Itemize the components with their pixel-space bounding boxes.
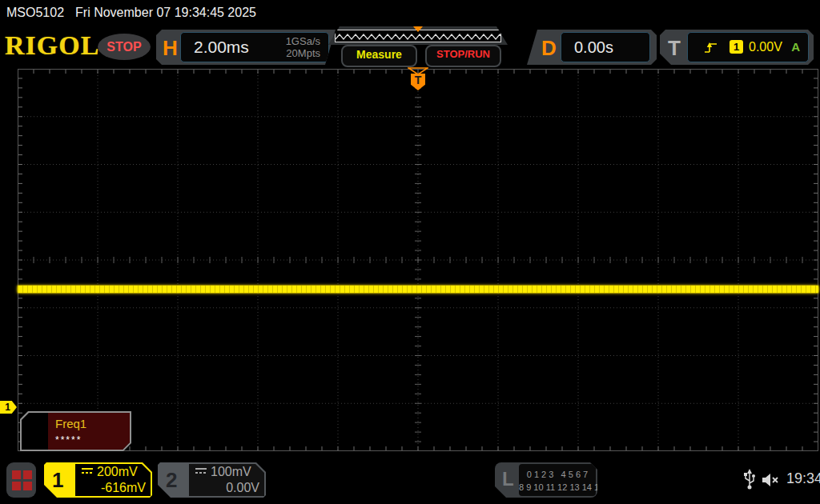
logic-row1: 0 1 2 3 4 5 6 7: [527, 470, 588, 479]
trigger-t-flag-icon[interactable]: T: [411, 74, 425, 90]
menu-button[interactable]: [6, 462, 36, 498]
trigger-level-value: 0.00V: [749, 33, 782, 62]
menu-grid-icon: [23, 470, 32, 479]
channel1-scale: 200mV: [97, 465, 138, 479]
rigol-logo: RIGOL: [5, 30, 99, 61]
titlebar: MSO5102Fri November 07 19:34:45 2025: [6, 3, 256, 22]
waveform-overview-bar[interactable]: [328, 26, 508, 45]
dc-coupling-icon: [195, 468, 207, 476]
measurement-name: Freq1: [55, 417, 86, 430]
horizontal-settings-panel[interactable]: H 2.00ms 1GSa/s20Mpts: [156, 30, 336, 65]
mem-depth: 20Mpts: [286, 47, 320, 59]
datetime-text: Fri November 07 19:34:45 2025: [75, 6, 256, 19]
acquisition-status-button[interactable]: STOP: [98, 34, 151, 60]
sample-rate: 1GSa/s: [286, 35, 320, 47]
trigger-source-badge: 1: [730, 40, 743, 54]
timebase-value: 2.00ms: [194, 33, 249, 62]
clock-text: 19:34: [786, 470, 820, 487]
logic-channel-list: 0 1 2 3 4 5 6 78 9 10 11 12 13 14 15: [519, 464, 596, 496]
measurement-value: *****: [55, 434, 82, 446]
delay-label: D: [541, 36, 557, 61]
horizontal-label: H: [163, 36, 178, 61]
logic-channels-block[interactable]: L 0 1 2 3 4 5 6 78 9 10 11 12 13 14 15: [495, 462, 597, 498]
channel1-scale-row: 200mV: [82, 465, 138, 479]
logic-label: L: [502, 468, 514, 490]
delay-panel[interactable]: D 0.00s: [527, 30, 657, 65]
overview-position-marker-icon[interactable]: [413, 26, 423, 32]
channel2-scale: 100mV: [211, 465, 251, 479]
channel2-number: 2: [166, 468, 177, 493]
measure-button[interactable]: Measure: [341, 45, 417, 67]
trigger-mode-indicator: A: [791, 33, 800, 62]
dc-coupling-icon: [82, 468, 93, 476]
trigger-box[interactable]: 1 0.00V A: [687, 32, 809, 62]
stop-run-button[interactable]: STOP/RUN: [425, 45, 501, 67]
trigger-position-marker[interactable]: T: [408, 67, 428, 91]
channel2-scale-row: 100mV: [195, 465, 251, 479]
timebase-box[interactable]: 2.00ms 1GSa/s20Mpts: [180, 32, 329, 62]
graticule-grid: [18, 69, 818, 451]
model-name: MSO5102: [6, 6, 64, 19]
usb-icon: [743, 468, 756, 490]
measurement-result-box[interactable]: Freq1 *****: [20, 411, 131, 451]
menu-grid-icon: [12, 470, 21, 479]
oscilloscope-screen: MSO5102Fri November 07 19:34:45 2025 RIG…: [0, 0, 820, 504]
delay-box[interactable]: 0.00s: [561, 32, 650, 62]
channel1-offset: -616mV: [101, 481, 146, 495]
rising-edge-icon: [704, 41, 718, 54]
channel2-status-block[interactable]: 2 100mV 0.00V: [158, 462, 266, 498]
menu-grid-icon: [12, 482, 21, 490]
overview-waveform-icon: [336, 32, 500, 42]
logic-row2: 8 9 10 11 12 13 14 15: [519, 482, 604, 492]
channel1-status-block[interactable]: 1 200mV -616mV: [44, 462, 152, 498]
menu-grid-icon: [23, 482, 32, 490]
channel1-number: 1: [52, 468, 63, 493]
delay-value: 0.00s: [574, 33, 613, 62]
trigger-panel[interactable]: T 1 0.00V A: [660, 30, 814, 65]
channel2-offset: 0.00V: [226, 481, 259, 495]
sample-rate-memdepth: 1GSa/s20Mpts: [286, 35, 320, 59]
speaker-muted-icon[interactable]: [761, 472, 782, 488]
measurement-inner: Freq1 *****: [22, 413, 130, 450]
channel1-position-marker[interactable]: 1: [0, 401, 17, 414]
trigger-label: T: [668, 36, 681, 61]
channel1-waveform-trace: [18, 286, 818, 293]
